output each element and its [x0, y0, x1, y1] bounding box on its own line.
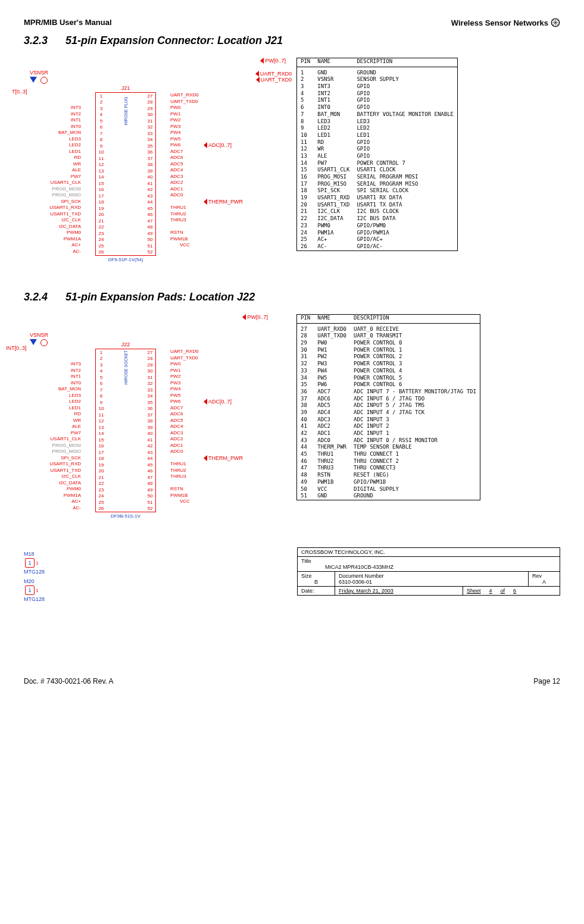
pw-bus-label: PW[0..7] — [260, 58, 286, 64]
table-row: 2VSNSRSENSOR SUPPLY — [297, 76, 458, 83]
int-bus-label: T[0..3] — [12, 89, 27, 95]
table-row: 3INT3GPIO — [297, 83, 458, 90]
sheet-of: of — [501, 588, 505, 594]
connector-type-label: HIROSE PLUG — [124, 97, 128, 126]
signal-left: PWM1A — [49, 236, 95, 243]
diagram-row-1: PW[0..7] UART_RXD0 UART_TXD0 VSNSR T[0..… — [24, 58, 560, 262]
signal-left: INT2 — [49, 111, 95, 118]
signal-left: BAT_MON — [49, 386, 95, 393]
signal-left: I2C_DATA — [49, 224, 95, 230]
signal-right: ADC4 — [156, 167, 198, 174]
signal-right: PW5 — [156, 136, 198, 143]
table-row: 8LED3LED3 — [297, 118, 458, 126]
signal-right: PW5 — [156, 393, 198, 399]
table-row: 11RDGPIO — [297, 139, 458, 146]
signal-right: PWM1B — [156, 493, 198, 499]
schematic-j21: PW[0..7] UART_RXD0 UART_TXD0 VSNSR T[0..… — [24, 58, 286, 262]
signal-right: THRU1 — [156, 205, 198, 211]
table-row: 28UART_TXD0UART_0 TRANSMIT — [297, 333, 480, 340]
page-header: MPR/MIB User's Manual Wireless Sensor Ne… — [24, 18, 560, 27]
table-row: 24PWM1AGPIO/PWM1A — [297, 230, 458, 237]
signal-right: PW4 — [156, 386, 198, 393]
section-heading-2: 3.2.4 51-pin Expansion Pads: Location J2… — [24, 291, 560, 303]
table-row: 51GNDGROUND — [297, 493, 480, 500]
table-header: PIN — [297, 315, 314, 324]
signal-left: INT1 — [49, 374, 95, 380]
signal-left: ALE — [49, 167, 95, 174]
signal-left: PW7 — [49, 430, 95, 437]
therm-pwr-label: THERM_PWR — [204, 199, 243, 205]
pin-table-j22: PINNAMEDESCRIPTION27UART_RXD0UART_0 RECE… — [296, 314, 480, 500]
table-row: 1GNDGROUND — [297, 70, 458, 77]
signal-left: LED3 — [49, 136, 95, 143]
table-row: 31PW2POWER CONTROL 2 — [297, 353, 480, 361]
therm-pwr-label: THERM_PWR — [204, 455, 243, 461]
signal-right: PW0 — [156, 361, 198, 368]
rev-heading: Rev — [532, 573, 556, 579]
signal-left: WR — [49, 161, 95, 168]
signal-right: UART_RXD0 — [156, 349, 198, 355]
signal-right: PW2 — [156, 374, 198, 380]
signal-left: USART1_RXD — [49, 461, 95, 468]
vsnsr-circle-icon — [40, 77, 48, 84]
signal-left: SPI_SCK — [49, 455, 95, 462]
signal-left: I2C_CLK — [49, 474, 95, 480]
table-row: 39ADC4ADC INPUT 4 / JTAG TCK — [297, 409, 480, 416]
signal-right: THRU3 — [156, 217, 198, 224]
signal-left: SPI_SCK — [49, 199, 95, 205]
signal-right: ADC7 — [156, 405, 198, 412]
table-row: 41ADC2ADC INPUT 2 — [297, 423, 480, 430]
ground-symbol-icon — [30, 77, 37, 83]
adc-bus-label: ADC[0..7] — [204, 142, 232, 148]
signal-right: ADC7 — [156, 149, 198, 155]
signal-left: PROG_MOSI — [49, 443, 95, 449]
signal-right: PW3 — [156, 380, 198, 387]
mtg-ref: M18 — [24, 551, 45, 557]
connector-ref: J22 — [121, 342, 130, 347]
mtg-hole-icon: 1 — [25, 585, 35, 595]
signal-right: ADC5 — [156, 418, 198, 424]
signal-left: USART1_CLK — [49, 436, 95, 443]
signal-left: USART1_CLK — [49, 180, 95, 186]
signal-left: INT1 — [49, 117, 95, 124]
logo-icon — [551, 18, 560, 27]
signal-right: UART_TXD0 — [156, 355, 198, 362]
signal-right — [156, 455, 198, 462]
signal-right — [156, 505, 198, 512]
table-row: 27UART_RXD0UART_0 RECEIVE — [297, 326, 480, 333]
signal-right: ADC2 — [156, 180, 198, 186]
sheet-t: 6 — [513, 588, 516, 594]
signal-left: AC- — [49, 249, 95, 255]
signal-right: PW4 — [156, 130, 198, 136]
signal-left: LED1 — [49, 149, 95, 155]
part-number: DF9-51P-1V(54) — [95, 257, 156, 262]
table-header: NAME — [314, 58, 353, 67]
signal-left: USART1_RXD — [49, 205, 95, 211]
manual-title: MPR/MIB User's Manual — [24, 18, 112, 27]
vcc-label: VCC — [180, 499, 190, 504]
vsnsr-circle-icon — [40, 339, 48, 346]
signal-left: USART1_TXD — [49, 468, 95, 474]
signal-right — [156, 224, 198, 230]
table-row: 44THERM_PWRTEMP SENSOR ENABLE — [297, 444, 480, 451]
signal-right: RSTN — [156, 486, 198, 493]
signal-left: PW7 — [49, 174, 95, 180]
signal-left: PWM1A — [49, 493, 95, 499]
table-row: 10LED1LED1 — [297, 132, 458, 139]
table-row: 42ADC1ADC INPUT 1 — [297, 430, 480, 437]
table-row: 43ADC0ADC INPUT 0 / RSSI MONITOR — [297, 437, 480, 444]
table-row: 19USART1_RXDUSART1 RX DATA — [297, 195, 458, 202]
signal-left: INT2 — [49, 368, 95, 374]
mtg-ref: M20 — [24, 578, 45, 584]
doc-number: Doc. # 7430-0021-06 Rev. A — [24, 677, 114, 685]
adc-bus-label: ADC[0..7] — [204, 399, 232, 405]
table-row: 23PWM0GPIO/PWM0 — [297, 223, 458, 230]
table-row: 35PW6POWER CONTROL 6 — [297, 381, 480, 389]
size-heading: Size — [301, 573, 331, 579]
signal-right: THRU2 — [156, 211, 198, 218]
company-name: CROSSBOW TECHNOLOGY, INC. — [298, 548, 560, 557]
doc-value: 6310-0306-01 — [339, 579, 524, 585]
signal-left: INT3 — [49, 361, 95, 368]
table-row: 36ADC7ADC INPUT 7 - BATTERY MONITOR/JTAG… — [297, 389, 480, 396]
signal-left: INT0 — [49, 380, 95, 387]
